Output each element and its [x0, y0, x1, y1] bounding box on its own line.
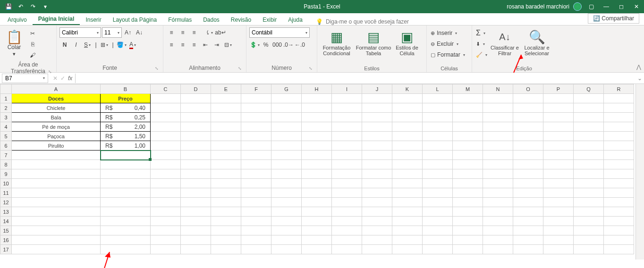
cell[interactable]: Bala: [12, 113, 101, 122]
dialog-launcher-icon[interactable]: ⤡: [48, 69, 52, 74]
cell[interactable]: [271, 217, 302, 226]
cell[interactable]: [241, 103, 271, 113]
cell[interactable]: [543, 103, 574, 113]
autosum-button[interactable]: Σ ▾: [475, 28, 488, 38]
cell[interactable]: [332, 132, 362, 141]
cell[interactable]: [12, 198, 101, 207]
cell[interactable]: [423, 94, 453, 103]
cell[interactable]: [362, 160, 392, 169]
cell[interactable]: [302, 169, 332, 179]
tab-review[interactable]: Revisão: [225, 15, 257, 25]
cell[interactable]: [302, 122, 332, 132]
cell[interactable]: [362, 198, 392, 207]
cell[interactable]: [181, 132, 211, 141]
tab-data[interactable]: Dados: [197, 15, 225, 25]
cell[interactable]: [241, 217, 271, 226]
cell[interactable]: [453, 179, 483, 188]
cell[interactable]: [362, 103, 392, 113]
cell[interactable]: [271, 235, 302, 245]
format-cells-button[interactable]: ▢ Formatar ▾: [430, 50, 466, 59]
cell[interactable]: [211, 113, 241, 122]
cell[interactable]: [543, 207, 574, 217]
cell[interactable]: [453, 188, 483, 198]
align-top-icon[interactable]: ≡: [166, 27, 177, 38]
cell[interactable]: [181, 160, 211, 169]
cell[interactable]: [332, 235, 362, 245]
insert-cells-button[interactable]: ⊕ Inserir ▾: [430, 28, 466, 38]
col-header-b[interactable]: B: [101, 84, 151, 94]
vertical-scrollbar[interactable]: [636, 84, 644, 260]
cell[interactable]: [151, 179, 181, 188]
cell[interactable]: [181, 103, 211, 113]
cut-icon[interactable]: ✂: [27, 28, 38, 39]
cell[interactable]: [362, 235, 392, 245]
cell[interactable]: [483, 94, 513, 103]
cell[interactable]: [302, 103, 332, 113]
cell[interactable]: [211, 235, 241, 245]
col-header-g[interactable]: G: [271, 84, 302, 94]
cell[interactable]: [604, 217, 634, 226]
cell[interactable]: [543, 141, 574, 151]
cell[interactable]: [604, 113, 634, 122]
insert-function-icon[interactable]: fx: [68, 75, 72, 82]
cell[interactable]: [423, 207, 453, 217]
cell[interactable]: [151, 113, 181, 122]
cell[interactable]: [423, 122, 453, 132]
cell[interactable]: [271, 141, 302, 151]
orientation-icon[interactable]: ⤹▾: [204, 27, 214, 38]
cancel-formula-icon[interactable]: ✕: [53, 75, 58, 82]
cell[interactable]: [362, 245, 392, 254]
cell[interactable]: [302, 188, 332, 198]
redo-icon[interactable]: ↷: [27, 1, 39, 12]
col-header-e[interactable]: E: [211, 84, 241, 94]
cell[interactable]: [392, 169, 423, 179]
cell[interactable]: [453, 141, 483, 151]
cell[interactable]: [362, 207, 392, 217]
cell[interactable]: [211, 94, 241, 103]
row-header[interactable]: 10: [0, 179, 12, 188]
col-header-k[interactable]: K: [392, 84, 423, 94]
cell[interactable]: [453, 94, 483, 103]
cell[interactable]: [604, 132, 634, 141]
cell[interactable]: [513, 245, 543, 254]
cell[interactable]: [12, 207, 101, 217]
cell[interactable]: [302, 245, 332, 254]
cell[interactable]: [101, 179, 151, 188]
cell[interactable]: [392, 179, 423, 188]
cell[interactable]: [271, 207, 302, 217]
font-size-select[interactable]: 11▾: [102, 27, 122, 38]
tab-home[interactable]: Página Inicial: [33, 14, 80, 25]
col-header-m[interactable]: M: [453, 84, 483, 94]
cell[interactable]: [12, 188, 101, 198]
cell[interactable]: [574, 198, 604, 207]
align-bottom-icon[interactable]: ≡: [189, 27, 199, 38]
cell[interactable]: [211, 132, 241, 141]
paste-button[interactable]: 📋 Colar▾: [3, 27, 25, 59]
cell[interactable]: [513, 151, 543, 160]
cell[interactable]: [453, 226, 483, 235]
cell[interactable]: [483, 113, 513, 122]
cell[interactable]: [362, 226, 392, 235]
cell[interactable]: [513, 113, 543, 122]
col-header-j[interactable]: J: [362, 84, 392, 94]
cell[interactable]: [543, 169, 574, 179]
cell[interactable]: Pé de moça: [12, 122, 101, 132]
cell[interactable]: [12, 245, 101, 254]
cell[interactable]: [574, 179, 604, 188]
cell[interactable]: [241, 169, 271, 179]
cell[interactable]: Preço: [101, 94, 151, 103]
cell[interactable]: [271, 113, 302, 122]
cell[interactable]: [332, 94, 362, 103]
cell[interactable]: [181, 151, 211, 160]
cell[interactable]: [211, 151, 241, 160]
cell[interactable]: [453, 245, 483, 254]
row-header[interactable]: 5: [0, 132, 12, 141]
font-color-button[interactable]: A▾: [127, 40, 138, 50]
cell[interactable]: [423, 160, 453, 169]
cell[interactable]: [211, 103, 241, 113]
cell[interactable]: [151, 169, 181, 179]
cell[interactable]: [423, 188, 453, 198]
row-header[interactable]: 12: [0, 198, 12, 207]
cell[interactable]: [423, 245, 453, 254]
cell[interactable]: [483, 245, 513, 254]
